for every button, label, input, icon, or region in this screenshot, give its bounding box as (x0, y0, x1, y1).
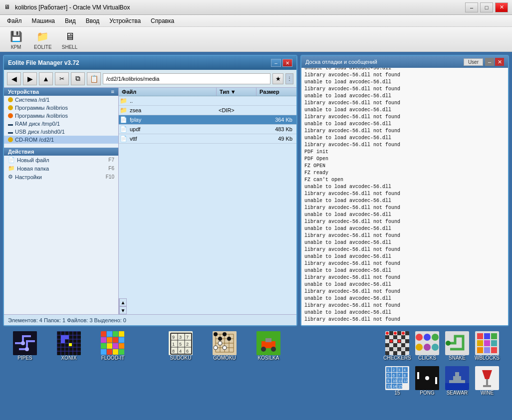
menu-help[interactable]: Справка (146, 16, 179, 25)
fm2-cut-btn[interactable]: ✂ (55, 72, 69, 85)
debug-content-2[interactable]: пробую добавить виртуальный дискего разм… (301, 68, 508, 325)
fm-title-2: Eolite File Manager v3.72 (8, 59, 271, 66)
icon-zsea2: 📁 (119, 107, 128, 114)
icon-wblocks-2[interactable]: WBLOCKS (472, 331, 502, 366)
desktop-icons-rows: PIPES XONIX FLOOD-IT (0, 329, 512, 403)
icon-pong[interactable]: PONG (412, 366, 442, 401)
name-updf2: updf (128, 126, 217, 132)
toolbar-eolite-button[interactable]: 📁 EOLITE (31, 27, 55, 51)
scroll2-down[interactable]: ▼ (119, 306, 127, 314)
fm2-act-newdir[interactable]: 📁 Новая папкаF6 (4, 164, 118, 173)
fifteen-img (385, 366, 409, 390)
fm2-back-btn[interactable]: ◀ (7, 72, 21, 85)
debug-title-2: Доска отладки и сообщений (305, 59, 464, 65)
wine-img (475, 366, 499, 390)
table-row[interactable]: 📁 .. (119, 96, 296, 106)
fm-filelist-2: Файл Тип ▼ Размер 📁 .. 📁 zs (119, 88, 296, 314)
fm-titlebar-2: Eolite File Manager v3.72 – ✕ (4, 56, 296, 70)
fm2-close-btn[interactable]: ✕ (282, 59, 292, 67)
debug-window-2: Доска отладки и сообщений User – ✕ пробу… (300, 55, 509, 326)
icon-gomoku[interactable]: GOMOKU (210, 331, 240, 361)
fm2-statusbar: Элементов: 4 Папок: 1 Файлов: 3 Выделено… (4, 314, 296, 325)
col2-type[interactable]: Тип ▼ (217, 88, 256, 96)
minimize-button[interactable]: – (465, 2, 478, 12)
name-fplay2: fplay (128, 117, 217, 123)
floodit-img-2 (101, 331, 125, 355)
fifteen-lbl: 15 (394, 390, 400, 396)
fm2-dev-prog2[interactable]: Программы /kolibrios (4, 112, 118, 120)
clicks-img-2 (415, 331, 439, 355)
fm2-act-newfile[interactable]: 📄 Новый файлF7 (4, 156, 118, 164)
sudoku-img (169, 331, 193, 355)
fm2-devices-header: Устройства = (4, 88, 118, 96)
scroll2-up[interactable]: ▲ (119, 298, 127, 306)
size-fplay2: 364 Kb (256, 117, 296, 123)
vbox-icon: 🖥 (4, 3, 12, 11)
menu-devices[interactable]: Устройства (104, 16, 146, 25)
icon-wine[interactable]: WINE (472, 366, 502, 401)
fm2-bookmark-btn[interactable]: ★ (272, 73, 283, 84)
debug-titlebar-2: Доска отладки и сообщений User – ✕ (301, 56, 508, 68)
icon-clicks-2[interactable]: CLICKS (412, 331, 442, 366)
pong-lbl: PONG (420, 390, 434, 396)
table-row[interactable]: 📄 vttf 49 Kb (119, 134, 296, 144)
close-button[interactable]: ✕ (495, 2, 508, 12)
checkers-lbl-2: CHECKERS (383, 355, 411, 361)
snake-img-2 (445, 331, 469, 355)
dot-sys (8, 97, 13, 102)
menu-file[interactable]: Файл (2, 16, 27, 25)
icon-fifteen[interactable]: 15 (382, 366, 412, 401)
fm2-copy-btn[interactable]: ⧉ (71, 72, 85, 85)
icon-sudoku[interactable]: SUDOKU (166, 331, 196, 361)
icon-seawar[interactable]: SEAWAR (442, 366, 472, 401)
xonix-img-2 (57, 331, 81, 355)
fm2-list-header: Файл Тип ▼ Размер (119, 88, 296, 96)
fm2-min-btn[interactable]: – (271, 59, 281, 67)
restore-button[interactable]: □ (480, 2, 493, 12)
fm2-dev-prog1[interactable]: Программы /kolibrios (4, 104, 118, 112)
fm2-paste-btn[interactable]: 📋 (87, 72, 101, 85)
name-dotdot2: .. (128, 98, 217, 104)
menu-machine[interactable]: Машина (27, 16, 60, 25)
kosilka-img (256, 331, 280, 355)
icon-floodit-2[interactable]: FLOOD-IT (98, 331, 128, 361)
dot-p1 (8, 105, 13, 110)
col2-name[interactable]: Файл (119, 88, 217, 96)
eolite-label: EOLITE (34, 44, 52, 50)
menu-view[interactable]: Вид (60, 16, 81, 25)
fm2-scrollbar[interactable]: ▲ ▼ (119, 298, 127, 314)
wblocks-img-2 (475, 331, 499, 355)
icon-snake-2[interactable]: SNAKE (442, 331, 472, 366)
debug-min-btn-2[interactable]: – (485, 58, 494, 66)
shell-label: SHELL (62, 44, 78, 50)
toolbar-krm-button[interactable]: 💾 КРМ (5, 27, 27, 51)
nf-icon2: 📄 (8, 157, 15, 163)
debug-user-btn-2[interactable]: User (464, 58, 483, 66)
icon-fplay2: 📄 (119, 116, 128, 123)
fm2-dev-usb[interactable]: ▬ USB диск /usbhd0/1 (4, 128, 118, 136)
table-row[interactable]: 📁 zsea <DIR> (119, 106, 296, 115)
fm2-path-bar[interactable]: /cd2/1/kolibrios/media (103, 73, 270, 84)
col2-size[interactable]: Размер (256, 88, 296, 96)
fm2-up-btn[interactable]: ▲ (39, 72, 53, 85)
icon-pipes-2[interactable]: PIPES (10, 331, 40, 361)
fm2-fwd-btn[interactable]: ▶ (23, 72, 37, 85)
icon-checkers-2[interactable]: CHECKERS (382, 331, 412, 366)
fm2-dev-cdrom[interactable]: CD-ROM /cd2/1 (4, 136, 118, 144)
icon-xonix-2[interactable]: XONIX (54, 331, 84, 361)
menu-input[interactable]: Ввод (81, 16, 105, 25)
table-row[interactable]: 📄 fplay 364 Kb (119, 115, 296, 125)
icon-vttf2: 📄 (119, 135, 128, 142)
icon-kosilka[interactable]: KOSILKA (254, 331, 283, 361)
gomoku-img (213, 331, 237, 355)
fm2-dev-ram[interactable]: ▬ RAM диск /tmp0/1 (4, 120, 118, 128)
table-row[interactable]: 📄 updf 483 Kb (119, 125, 296, 134)
fm2-dev-system[interactable]: Система /rd/1 (4, 96, 118, 104)
debug-close-btn-2[interactable]: ✕ (495, 58, 504, 66)
eolite-icon: 📁 (35, 28, 51, 44)
fm2-act-settings[interactable]: ⚙ НастройкиF10 (4, 173, 118, 181)
vbox-toolbar: 💾 КРМ 📁 EOLITE 🖥 SHELL (0, 27, 512, 52)
fm2-menu-btn[interactable]: ⋮ (285, 73, 293, 84)
toolbar-shell-button[interactable]: 🖥 SHELL (59, 27, 81, 51)
pipes-img-2 (13, 331, 37, 355)
